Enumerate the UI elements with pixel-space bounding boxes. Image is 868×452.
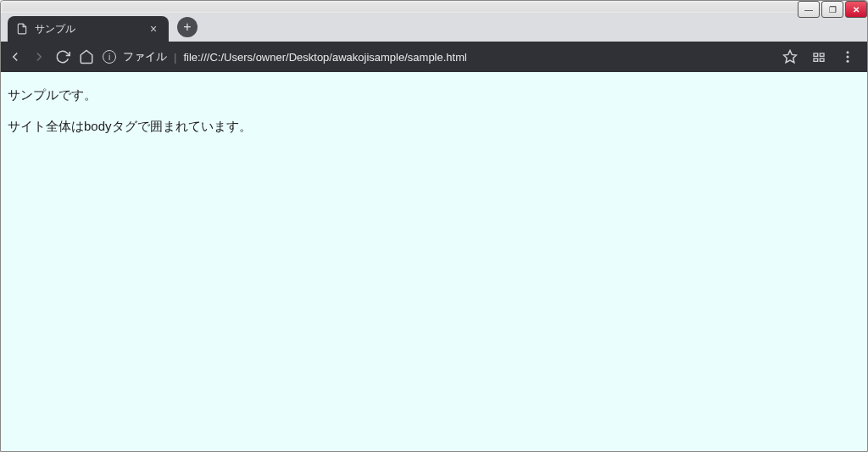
home-button[interactable] bbox=[79, 49, 94, 64]
svg-rect-3 bbox=[814, 59, 818, 61]
address-url: file:///C:/Users/owner/Desktop/awakojisa… bbox=[183, 51, 467, 64]
tab-title: サンプル bbox=[35, 22, 140, 36]
browser-window: — ❐ ✕ サンプル × + bbox=[0, 0, 868, 452]
titlebar-blur bbox=[1, 1, 867, 13]
window-maximize-button[interactable]: ❐ bbox=[821, 1, 843, 18]
address-bar[interactable]: i ファイル | file:///C:/Users/owner/Desktop/… bbox=[103, 49, 774, 64]
body-text-2: サイト全体はbodyタグで囲まれています。 bbox=[8, 119, 860, 135]
page-viewport: サンプルです。 サイト全体はbodyタグで囲まれています。 bbox=[1, 72, 867, 451]
extensions-icon[interactable] bbox=[811, 49, 826, 64]
svg-point-7 bbox=[847, 60, 849, 63]
bookmark-star-icon[interactable] bbox=[782, 49, 798, 64]
menu-icon[interactable] bbox=[840, 49, 855, 64]
url-scheme-label: ファイル bbox=[123, 49, 167, 64]
svg-rect-1 bbox=[814, 53, 818, 56]
file-icon bbox=[16, 23, 28, 35]
info-icon[interactable]: i bbox=[103, 50, 116, 64]
toolbar-right bbox=[782, 49, 860, 64]
window-close-button[interactable]: ✕ bbox=[845, 1, 867, 18]
window-minimize-button[interactable]: — bbox=[798, 1, 820, 18]
svg-rect-2 bbox=[820, 53, 824, 56]
reload-button[interactable] bbox=[55, 49, 70, 64]
svg-point-6 bbox=[847, 56, 849, 59]
window-controls: — ❐ ✕ bbox=[796, 1, 867, 18]
new-tab-button[interactable]: + bbox=[177, 17, 198, 37]
svg-point-5 bbox=[847, 51, 849, 53]
back-button[interactable] bbox=[8, 49, 23, 64]
svg-marker-0 bbox=[784, 51, 797, 63]
body-text-1: サンプルです。 bbox=[8, 87, 860, 103]
forward-button[interactable] bbox=[31, 49, 47, 64]
toolbar: i ファイル | file:///C:/Users/owner/Desktop/… bbox=[1, 42, 867, 72]
svg-rect-4 bbox=[820, 59, 824, 61]
tab-close-icon[interactable]: × bbox=[147, 22, 160, 36]
tabstrip: サンプル × + bbox=[1, 13, 867, 42]
browser-tab[interactable]: サンプル × bbox=[8, 16, 169, 42]
address-separator: | bbox=[174, 51, 176, 64]
